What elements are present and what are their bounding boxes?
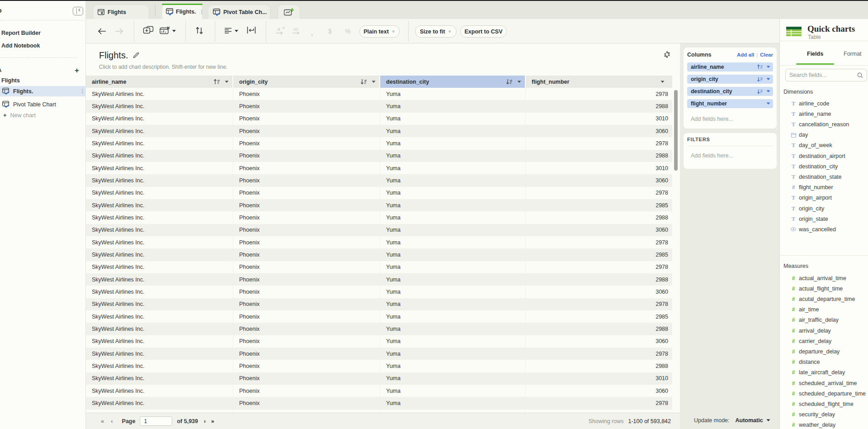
svg-text:.0: .0 [277, 27, 280, 32]
svg-text:✱: ✱ [101, 11, 104, 14]
svg-text:.00: .00 [292, 27, 298, 32]
